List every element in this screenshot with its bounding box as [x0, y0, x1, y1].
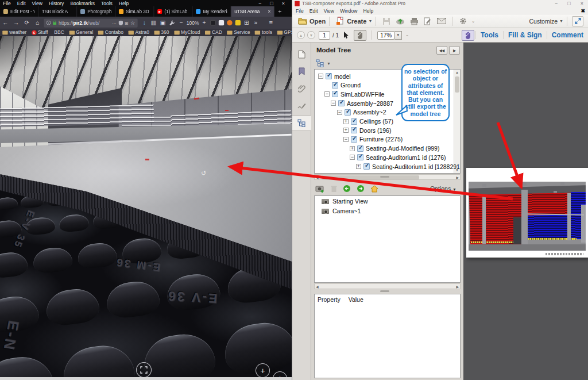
gear-icon[interactable]: [457, 16, 469, 26]
menu-item-history[interactable]: History: [49, 1, 64, 6]
browser-tab[interactable]: My Renderings: [192, 6, 231, 17]
extension-icon-yellow[interactable]: [235, 20, 240, 25]
create-button[interactable]: Create: [347, 18, 366, 25]
scroll-right-icon[interactable]: ▶: [456, 285, 459, 289]
tree-item[interactable]: +✓Seating-Auditorium1 id [1288291]: [356, 162, 461, 171]
signatures-icon[interactable]: [292, 98, 311, 114]
tree-options-caret-icon[interactable]: ▼: [327, 62, 331, 66]
tree-item[interactable]: −✓Seating-Auditorium1 id (1276): [350, 153, 446, 162]
collapse-icon[interactable]: −: [350, 155, 355, 160]
bookmark-item[interactable]: 360: [154, 30, 169, 35]
zoom-in-icon[interactable]: +: [199, 20, 208, 26]
menu-item-help[interactable]: Help: [363, 8, 373, 13]
bookmark-item[interactable]: MyCloud: [174, 30, 200, 35]
save-icon[interactable]: [381, 16, 392, 26]
menu-item-file[interactable]: File: [3, 1, 11, 6]
bookmark-item[interactable]: CAD: [205, 30, 222, 35]
bookmark-item[interactable]: General: [69, 30, 93, 35]
zoom-in-3d-button[interactable]: +: [256, 363, 270, 377]
scrollbar-thumb[interactable]: [322, 175, 419, 179]
views-horizontal-scrollbar[interactable]: ◀▶: [314, 283, 461, 289]
browser-tab[interactable]: TSB Block A: [38, 6, 77, 17]
tree-checkbox[interactable]: ✓: [332, 91, 338, 97]
tree-item[interactable]: ✓Ground: [324, 81, 361, 90]
tools-pane-button[interactable]: Tools: [475, 31, 503, 39]
scroll-left-icon[interactable]: ◀: [316, 285, 319, 289]
tree-checkbox[interactable]: ✓: [357, 145, 363, 152]
grid-icon[interactable]: ⊞: [242, 20, 251, 26]
extension-icon-note[interactable]: [218, 20, 223, 25]
browser-tab[interactable]: uTSB Arena×: [231, 6, 274, 17]
tree-checkbox[interactable]: ✓: [351, 136, 357, 143]
reload-icon[interactable]: ⟳: [21, 20, 32, 26]
sign-icon[interactable]: [422, 16, 434, 26]
fullscreen-button[interactable]: [136, 362, 152, 377]
previous-view-icon[interactable]: [343, 185, 351, 193]
bookmark-item[interactable]: GPS: [277, 30, 292, 35]
read-mode-hand-button[interactable]: [462, 30, 474, 41]
print-icon[interactable]: [408, 16, 420, 26]
minimize-button[interactable]: −: [258, 1, 261, 6]
menu-item-tools[interactable]: Tools: [101, 1, 113, 6]
gear-caret-icon[interactable]: ⌄: [471, 19, 475, 24]
expand-pane-icon[interactable]: [572, 16, 583, 26]
menu-item-window[interactable]: Window: [340, 8, 357, 13]
hand-tool-button[interactable]: [354, 30, 366, 41]
bookmark-item[interactable]: Service: [227, 30, 250, 35]
tab-close-icon[interactable]: ×: [268, 9, 270, 14]
tree-item[interactable]: −✓Furniture (2275): [343, 135, 403, 144]
collapse-icon[interactable]: −: [337, 110, 342, 115]
scroll-up-icon[interactable]: ▲: [454, 70, 460, 74]
bookmark-item[interactable]: tools: [255, 30, 272, 35]
options-menu[interactable]: Options ▼: [430, 185, 457, 192]
select-tool-icon[interactable]: [340, 30, 351, 40]
maximize-button[interactable]: □: [270, 1, 273, 6]
bookmarks-panel-icon[interactable]: [292, 63, 311, 79]
attachments-icon[interactable]: [292, 80, 311, 97]
open-icon[interactable]: [297, 16, 308, 26]
back-icon[interactable]: ←: [0, 20, 11, 26]
tree-item[interactable]: +✓Ceilings (57): [343, 117, 393, 126]
extension-icon-orange[interactable]: [227, 20, 232, 25]
overflow-chevron-icon[interactable]: »: [251, 20, 260, 26]
delete-view-icon[interactable]: [331, 185, 337, 193]
home-view-icon[interactable]: [370, 185, 378, 193]
expand-icon[interactable]: +: [343, 128, 349, 133]
tree-checkbox[interactable]: ✓: [363, 163, 370, 170]
menu-item-edit[interactable]: Edit: [17, 1, 26, 6]
tree-options-icon[interactable]: [316, 59, 325, 67]
page-actions-icon[interactable]: ···: [112, 20, 117, 25]
tree-checkbox[interactable]: ✓: [351, 118, 357, 125]
create-icon[interactable]: [334, 16, 346, 26]
collapse-panel-icon[interactable]: ◀◀: [436, 46, 447, 55]
expand-icon[interactable]: +: [356, 164, 361, 169]
create-caret-icon[interactable]: ▼: [368, 19, 372, 23]
scroll-left-icon[interactable]: ◀: [316, 175, 319, 179]
browser-tab[interactable]: SimLab 3D Produ: [115, 6, 154, 17]
bookmark-item[interactable]: SStuff: [32, 30, 48, 35]
forward-icon[interactable]: →: [11, 20, 22, 26]
expand-icon[interactable]: +: [343, 119, 349, 124]
tree-checkbox[interactable]: ✓: [351, 127, 357, 133]
scrollbar-thumb[interactable]: [455, 76, 459, 93]
zoom-out-icon[interactable]: −: [177, 20, 186, 26]
close-document-icon[interactable]: ✖: [581, 8, 585, 14]
menu-item-bookmarks[interactable]: Bookmarks: [70, 1, 95, 6]
bookmark-item[interactable]: Contabo: [98, 30, 123, 35]
browser-tab[interactable]: ▶(1) SimLab Soft: [154, 6, 192, 17]
splitter-grip[interactable]: [380, 290, 389, 292]
next-page-icon[interactable]: ▼: [307, 31, 315, 39]
zoom-more-icon[interactable]: ⌄: [405, 33, 409, 37]
fill-sign-pane-button[interactable]: Fill & Sign: [503, 31, 547, 39]
splitter-grip[interactable]: [380, 176, 389, 178]
document-canvas[interactable]: [463, 43, 588, 380]
library-icon[interactable]: ▥: [149, 20, 158, 26]
email-icon[interactable]: [436, 16, 447, 26]
collapse-icon[interactable]: −: [318, 74, 323, 79]
view-item[interactable]: Camera~1: [315, 206, 460, 216]
tree-vertical-scrollbar[interactable]: ▲ ▼: [454, 70, 460, 173]
browser-tab[interactable]: Photographic Pan: [77, 6, 115, 17]
maximize-button[interactable]: □: [567, 1, 570, 6]
screenshot-icon[interactable]: ▣: [158, 20, 167, 26]
3d-viewer[interactable]: E-M 36E-V 36E-V 35E-N ↺ + i: [0, 36, 292, 377]
